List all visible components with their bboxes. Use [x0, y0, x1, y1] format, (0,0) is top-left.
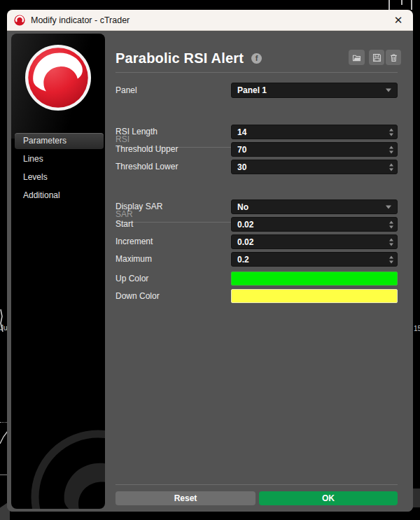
- field-row-panel: Panel Panel 1: [115, 83, 398, 98]
- sidebar: Parameters Lines Levels Additional: [11, 34, 105, 509]
- sidebar-item-lines[interactable]: Lines: [15, 151, 104, 167]
- display-sar-dropdown[interactable]: No: [231, 199, 398, 214]
- stepper-arrows[interactable]: [389, 220, 393, 228]
- background-axis-label-right: 15: [414, 325, 420, 332]
- trash-icon: [389, 53, 398, 62]
- folder-open-icon: [352, 53, 361, 62]
- close-icon[interactable]: ✕: [391, 13, 406, 28]
- up-color-swatch[interactable]: [231, 272, 398, 286]
- ok-button[interactable]: OK: [259, 491, 398, 505]
- background-chart-gridline: [388, 0, 390, 10]
- stepper-arrows[interactable]: [389, 128, 393, 136]
- field-label: Display SAR: [115, 199, 162, 214]
- indicator-header: Parabolic RSI Alert f: [115, 48, 262, 69]
- sidebar-item-label: Levels: [23, 172, 48, 182]
- header-divider: [115, 72, 398, 73]
- rsi-length-input[interactable]: 14: [231, 125, 398, 139]
- chevron-down-icon: [386, 205, 391, 209]
- sidebar-item-parameters[interactable]: Parameters: [15, 133, 104, 149]
- stepper-arrows[interactable]: [389, 163, 393, 171]
- save-icon: [372, 53, 382, 62]
- field-label: Panel: [115, 83, 137, 98]
- stepper-arrows[interactable]: [389, 255, 393, 263]
- field-row-threshold-lower: Threshold Lower 30: [115, 160, 398, 174]
- background-chart-line: [0, 308, 7, 333]
- sidebar-item-additional[interactable]: Additional: [15, 188, 104, 204]
- input-value: 0.2: [237, 255, 249, 265]
- field-label: RSI Length: [115, 125, 158, 139]
- stepper-arrows[interactable]: [389, 238, 393, 246]
- field-label: Threshold Upper: [115, 142, 178, 157]
- field-row-start: Start 0.02: [115, 217, 398, 232]
- down-color-swatch[interactable]: [231, 289, 398, 303]
- reset-button[interactable]: Reset: [115, 491, 255, 505]
- input-value: 14: [237, 127, 246, 137]
- chevron-down-icon: [386, 89, 391, 92]
- maximum-input[interactable]: 0.2: [231, 252, 398, 267]
- input-value: 0.02: [237, 220, 253, 230]
- threshold-lower-input[interactable]: 30: [231, 160, 398, 174]
- screen: Ju 15 Modify indicator - cTrader ✕: [0, 0, 420, 520]
- open-template-button[interactable]: [349, 50, 365, 65]
- save-template-button[interactable]: [369, 50, 384, 65]
- indicator-title: Parabolic RSI Alert: [115, 50, 244, 66]
- sidebar-item-levels[interactable]: Levels: [15, 169, 104, 185]
- field-label: Start: [115, 217, 133, 232]
- start-input[interactable]: 0.02: [231, 217, 398, 232]
- field-row-up-color: Up Color: [115, 272, 398, 286]
- input-value: 70: [237, 145, 246, 155]
- dropdown-value: Panel 1: [237, 85, 267, 95]
- sidebar-item-label: Parameters: [23, 136, 66, 146]
- modify-indicator-dialog: Modify indicator - cTrader ✕: [7, 10, 413, 512]
- panel-dropdown[interactable]: Panel 1: [231, 83, 398, 98]
- ctrader-watermark-logo: [14, 413, 105, 509]
- background-shape: [413, 489, 420, 507]
- stepper-arrows[interactable]: [389, 146, 393, 153]
- field-row-maximum: Maximum 0.2: [115, 252, 398, 267]
- increment-input[interactable]: 0.02: [231, 234, 398, 249]
- sidebar-item-label: Lines: [23, 154, 43, 164]
- field-label: Down Color: [115, 289, 160, 303]
- field-label: Maximum: [115, 252, 152, 267]
- dialog-titlebar[interactable]: Modify indicator - cTrader ✕: [7, 10, 413, 31]
- field-label: Up Color: [115, 272, 148, 286]
- field-row-threshold-upper: Threshold Upper 70: [115, 142, 398, 157]
- fx-source-icon[interactable]: f: [251, 53, 262, 64]
- ctrader-logo-large: [24, 44, 92, 111]
- field-row-increment: Increment 0.02: [115, 234, 398, 249]
- dialog-body: Parameters Lines Levels Additional: [7, 31, 413, 512]
- threshold-upper-input[interactable]: 70: [231, 142, 398, 157]
- dropdown-value: No: [237, 202, 248, 212]
- input-value: 30: [237, 162, 246, 172]
- field-row-rsi-length: RSI Length 14: [115, 125, 398, 139]
- field-row-down-color: Down Color: [115, 289, 398, 303]
- background-chart-gridline: [411, 0, 412, 10]
- content-panel: Parabolic RSI Alert f: [105, 31, 413, 512]
- field-label: Increment: [115, 234, 153, 249]
- field-label: Threshold Lower: [115, 160, 178, 174]
- delete-indicator-button[interactable]: [386, 50, 401, 65]
- footer-divider: [115, 484, 398, 485]
- dialog-title: Modify indicator - cTrader: [31, 15, 130, 25]
- input-value: 0.02: [237, 237, 253, 247]
- sidebar-item-label: Additional: [23, 190, 60, 200]
- ctrader-logo-icon: [14, 15, 25, 26]
- background-chart-gridline: [401, 0, 402, 5]
- field-row-display-sar: Display SAR No: [115, 199, 398, 214]
